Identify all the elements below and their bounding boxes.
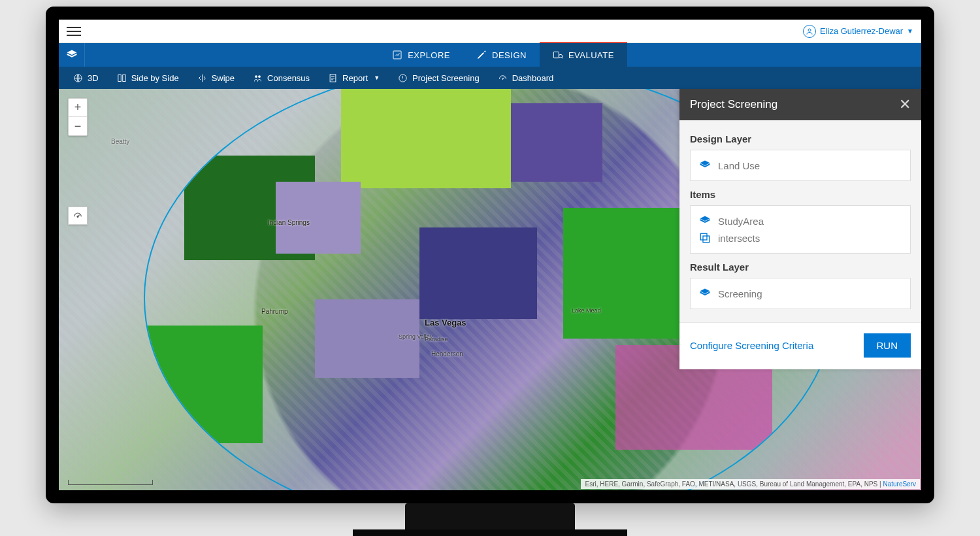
panel-title: Project Screening — [690, 98, 777, 111]
tool-sidebyside[interactable]: Side by Side — [109, 67, 187, 89]
tool-dashboard-label: Dashboard — [512, 73, 554, 83]
monitor-frame: Eliza Gutierrez-Dewar ▼ EXPLORE DESIGN E… — [46, 7, 934, 503]
map-attribution: Esri, HERE, Garmin, SafeGraph, FAO, METI… — [581, 479, 920, 489]
layers-toggle-button[interactable] — [59, 43, 85, 67]
tool-consensus[interactable]: Consensus — [245, 67, 318, 89]
item-text: intersects — [718, 233, 760, 244]
zoom-controls: + − — [68, 98, 88, 136]
tool-report-label: Report — [342, 73, 368, 83]
design-layer-label: Design Layer — [690, 133, 911, 144]
result-layer-card[interactable]: Screening — [690, 278, 911, 309]
item-text: StudyArea — [718, 216, 764, 227]
tool-sidebyside-label: Side by Side — [131, 73, 179, 83]
run-button[interactable]: RUN — [864, 333, 911, 358]
svg-point-11 — [502, 78, 503, 79]
svg-rect-5 — [118, 75, 121, 81]
configure-criteria-link[interactable]: Configure Screening Criteria — [690, 340, 813, 351]
project-screening-panel: Project Screening ✕ Design Layer Land Us… — [679, 89, 921, 369]
svg-point-0 — [808, 29, 811, 31]
performance-gauge-button[interactable] — [68, 207, 88, 225]
attribution-text: Esri, HERE, Garmin, SafeGraph, FAO, METI… — [585, 480, 883, 488]
tool-3d-label: 3D — [88, 73, 99, 83]
design-layer-card[interactable]: Land Use — [690, 150, 911, 181]
item-row: intersects — [698, 229, 902, 246]
svg-point-3 — [559, 54, 562, 58]
user-icon — [803, 25, 816, 38]
tool-report[interactable]: Report ▼ — [320, 67, 387, 89]
tab-evaluate-label: EVALUATE — [568, 50, 614, 60]
panel-footer: Configure Screening Criteria RUN — [679, 322, 921, 369]
svg-rect-2 — [553, 52, 559, 58]
scale-bar — [68, 480, 153, 485]
user-name: Eliza Gutierrez-Dewar — [820, 26, 903, 36]
tab-evaluate[interactable]: EVALUATE — [540, 43, 627, 67]
tool-dashboard[interactable]: Dashboard — [490, 67, 562, 89]
close-icon[interactable]: ✕ — [899, 96, 911, 113]
toolbar: 3D Side by Side Swipe Consensus Report ▼ — [59, 67, 921, 89]
chevron-down-icon: ▼ — [374, 75, 380, 81]
nav-tabs: EXPLORE DESIGN EVALUATE — [59, 43, 921, 67]
layers-icon — [698, 288, 711, 299]
tool-consensus-label: Consensus — [267, 73, 310, 83]
result-layer-label: Result Layer — [690, 261, 911, 273]
tab-design[interactable]: DESIGN — [463, 43, 540, 67]
tool-project-screening-label: Project Screening — [412, 73, 480, 83]
tool-swipe-label: Swipe — [212, 73, 235, 83]
top-bar: Eliza Gutierrez-Dewar ▼ — [59, 20, 921, 43]
result-layer-value: Screening — [718, 288, 762, 299]
hamburger-menu-icon[interactable] — [67, 27, 81, 36]
tab-design-label: DESIGN — [492, 50, 527, 60]
zoom-out-button[interactable]: − — [69, 117, 87, 135]
chevron-down-icon: ▼ — [907, 27, 913, 35]
svg-point-12 — [77, 216, 78, 217]
app-screen: Eliza Gutierrez-Dewar ▼ EXPLORE DESIGN E… — [59, 20, 921, 490]
tool-3d[interactable]: 3D — [65, 67, 106, 89]
tab-explore[interactable]: EXPLORE — [379, 43, 463, 67]
layers-icon — [698, 215, 711, 227]
svg-point-7 — [255, 75, 257, 78]
tool-swipe[interactable]: Swipe — [189, 67, 242, 89]
intersect-icon — [698, 232, 711, 244]
svg-point-8 — [258, 75, 261, 78]
layers-icon — [698, 159, 711, 171]
svg-rect-13 — [700, 233, 707, 240]
tool-project-screening[interactable]: Project Screening — [390, 67, 487, 89]
attribution-link[interactable]: NatureServ — [883, 480, 916, 488]
panel-header: Project Screening ✕ — [679, 89, 921, 120]
svg-rect-6 — [122, 75, 125, 81]
monitor-base — [353, 529, 627, 536]
item-row: StudyArea — [698, 212, 902, 229]
svg-rect-14 — [703, 236, 710, 243]
items-card[interactable]: StudyArea intersects — [690, 205, 911, 254]
design-layer-value: Land Use — [718, 160, 760, 171]
items-label: Items — [690, 189, 911, 200]
tab-explore-label: EXPLORE — [408, 50, 450, 60]
user-menu[interactable]: Eliza Gutierrez-Dewar ▼ — [803, 25, 913, 38]
zoom-in-button[interactable]: + — [69, 99, 87, 117]
